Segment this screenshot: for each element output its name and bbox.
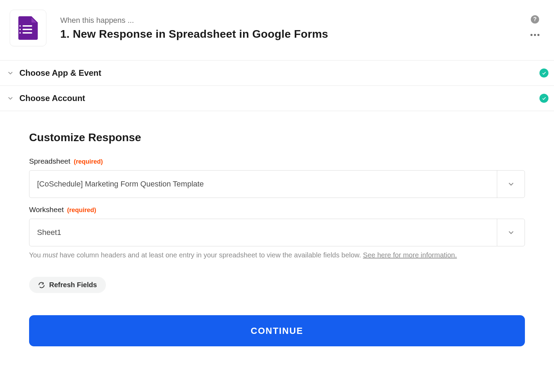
check-complete-icon [539,94,548,103]
field-worksheet: Worksheet (required) Sheet1 You must hav… [29,206,525,260]
app-icon-google-forms [10,10,46,46]
select-value: [CoSchedule] Marketing Form Question Tem… [29,171,497,198]
help-icon[interactable]: ? [531,15,539,24]
refresh-icon [38,282,45,289]
section-label: Choose App & Event [19,68,101,78]
chevron-down-icon [497,171,525,198]
section-customize-response: Customize Response Spreadsheet (required… [0,111,554,374]
field-label-text: Spreadsheet [29,157,70,165]
spreadsheet-select[interactable]: [CoSchedule] Marketing Form Question Tem… [29,170,525,198]
step-title: 1. New Response in Spreadsheet in Google… [60,28,328,40]
required-badge: (required) [74,158,103,165]
step-header: When this happens ... 1. New Response in… [0,0,554,60]
refresh-fields-button[interactable]: Refresh Fields [29,277,106,293]
field-hint: You must have column headers and at leas… [29,250,525,260]
section-heading: Customize Response [29,131,525,144]
hint-em: must [43,251,57,259]
more-menu-icon[interactable] [529,33,541,37]
required-badge: (required) [67,207,96,213]
hint-link[interactable]: See here for more information. [363,251,457,259]
chevron-down-icon [6,93,15,103]
field-spreadsheet: Spreadsheet (required) [CoSchedule] Mark… [29,157,525,198]
check-complete-icon [539,69,548,78]
field-label-text: Worksheet [29,206,64,213]
section-label: Choose Account [19,93,85,103]
section-choose-app-event[interactable]: Choose App & Event [0,60,554,85]
worksheet-select[interactable]: Sheet1 [29,219,525,246]
section-choose-account[interactable]: Choose Account [0,85,554,111]
hint-text: You [29,251,43,259]
chevron-down-icon [6,68,15,78]
select-value: Sheet1 [29,219,497,246]
chevron-down-icon [497,219,525,246]
button-label: Refresh Fields [49,281,97,289]
continue-button[interactable]: CONTINUE [29,315,525,346]
pre-title: When this happens ... [60,16,328,25]
hint-text: have column headers and at least one ent… [58,251,363,259]
